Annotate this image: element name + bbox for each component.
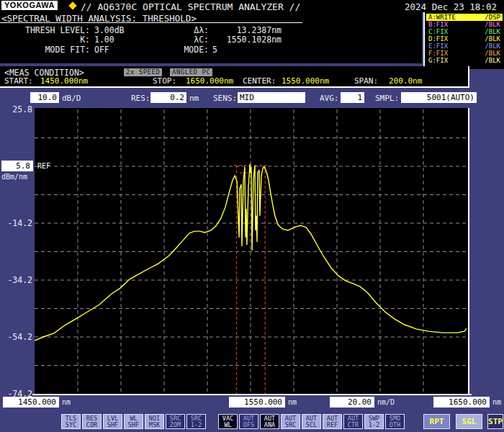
span-value[interactable]: 200.0nm [389, 76, 422, 86]
mode-fit-label: MODE FIT: [0, 45, 90, 55]
title-bar: YOKOGAWA // AQ6370C OPTICAL SPECTRUM ANA… [0, 0, 504, 12]
softkey-stp[interactable]: STP [487, 414, 503, 429]
x-center-field[interactable]: 1550.000 [229, 397, 285, 408]
softkey-noi-msk[interactable]: NOI MSK [145, 414, 164, 429]
softkey-swp-1-2[interactable]: SWP 1-2 [364, 414, 384, 429]
trace-name: C:FIX [428, 28, 448, 35]
trace-list-panel: A:WRITE/DSPB:FIX/BLKC:FIX/BLKD:FIX/BLKE:… [423, 12, 504, 69]
stop-label: STOP: [153, 76, 176, 86]
softkey-aut-ctr[interactable]: AUT CTR [343, 414, 363, 429]
trace-display-mode: /BLK [485, 21, 500, 28]
trace-row-d[interactable]: D:FIX/BLK [426, 35, 503, 42]
start-value[interactable]: 1450.000nm [40, 76, 88, 86]
trace-row-f[interactable]: F:FIX/BLK [426, 50, 503, 57]
lambda-c-label: λC: [171, 35, 209, 45]
k-label: K: [0, 35, 90, 45]
smpl-label: SMPL: [375, 94, 399, 103]
x-step-unit: nm/D [377, 398, 395, 406]
sens-label: SENS: [213, 94, 237, 103]
softkey-aut-ana[interactable]: AUT ANA [260, 414, 279, 429]
trace-display-mode: /BLK [485, 28, 500, 35]
trace-display-mode: /BLK [485, 50, 500, 57]
softkey-vac-wl[interactable]: VAC WL [218, 414, 238, 429]
start-label: START: [4, 76, 33, 86]
trace-row-c[interactable]: C:FIX/BLK [426, 28, 503, 35]
res-field[interactable]: 0.2 [150, 92, 186, 103]
softkey-aut-ofs[interactable]: AUT OFS [239, 414, 258, 429]
span-label: SPAN: [354, 76, 378, 86]
softkey-smo-oth[interactable]: SMO OTH [385, 414, 405, 429]
trace-row-e[interactable]: E:FIX/BLK [426, 42, 503, 50]
trace-name: B:FIX [428, 21, 448, 28]
x-stop-field[interactable]: 1650.000 [433, 397, 490, 408]
avg-field[interactable]: 1 [341, 92, 364, 103]
y-axis-tick-label: -34.2 [0, 275, 32, 285]
softkey-src-1-2[interactable]: SRC 1-2 [186, 414, 206, 429]
softkey-lvl-shf[interactable]: LVL SHF [103, 414, 122, 429]
sens-field[interactable]: MID [238, 92, 305, 103]
softkey-sgl[interactable]: SGL [456, 414, 482, 429]
trace-name: A:WRITE [428, 14, 456, 21]
stop-value[interactable]: 1650.000nm [186, 76, 233, 86]
trace-row-g[interactable]: G:FIX/BLK [426, 57, 503, 64]
plot-right-border [468, 108, 469, 395]
level-scale-unit: dB/D [62, 94, 81, 103]
x-start-unit: nm [62, 398, 71, 406]
diamond-icon [68, 1, 76, 9]
trace-row-b[interactable]: B:FIX/BLK [426, 21, 503, 28]
trace-display-mode: /DSP [485, 14, 500, 21]
softkey-tls-syc[interactable]: TLS SYC [61, 414, 81, 429]
thresh-level-value: 3.00dB [94, 25, 125, 35]
lambda-c-value: 1550.1028nm [212, 35, 282, 45]
softkey-res-cor[interactable]: RES COR [82, 414, 102, 429]
trace-display-mode: /BLK [485, 57, 500, 64]
x-step-field[interactable]: 20.00 [330, 397, 374, 408]
k-value: 1.00 [94, 35, 114, 45]
analysis-row: THRESH LEVEL: 3.00dB Δλ: 13.2387nm [0, 25, 422, 35]
trace-name: F:FIX [428, 50, 448, 57]
center-value[interactable]: 1550.000nm [282, 76, 329, 86]
thresh-level-label: THRESH LEVEL: [0, 25, 90, 35]
x-center-unit: nm [288, 398, 297, 406]
softkey-src-zom[interactable]: SRC ZOM [166, 414, 185, 429]
mode-value: 5 [212, 45, 282, 55]
ref-label: REF [37, 162, 50, 170]
softkey-aut-ref[interactable]: AUT REF [323, 414, 342, 429]
smpl-field[interactable]: 5001(AUTO) [401, 92, 477, 103]
yokogawa-logo: YOKOGAWA [1, 1, 58, 10]
y-axis-tick-label: 25.8 [0, 104, 32, 114]
y-axis-tick-label: -74.2 [0, 389, 32, 399]
trace-display-mode: /BLK [485, 42, 500, 50]
avg-label: AVG: [320, 94, 339, 103]
softkey-aut-src[interactable]: AUT SRC [281, 414, 300, 429]
plot-x-axis-line [32, 394, 472, 395]
res-unit: nm [189, 94, 199, 103]
x-stop-unit: nm [492, 398, 501, 406]
delta-lambda-value: 13.2387nm [212, 25, 282, 35]
datetime: 2024 Dec 23 18:02 [405, 1, 497, 12]
trace-name: E:FIX [428, 42, 448, 50]
y-axis-tick-label: -14.2 [0, 218, 32, 228]
meas-condition-bar: <MEAS CONDITION> 2x SPEED ANGLED PC STAR… [0, 66, 469, 88]
center-label: CENTER: [243, 76, 276, 86]
res-label: RES: [131, 94, 150, 103]
spectral-width-analysis-panel: <SPECTRAL WIDTH ANALYSIS: THRESHOLD> THR… [0, 12, 422, 63]
y-axis-tick-label: -54.2 [0, 332, 32, 342]
y-axis-unit: dBm/nm [1, 173, 27, 181]
softkey-rpt[interactable]: RPT [423, 414, 450, 429]
analysis-row: K: 1.00 λC: 1550.1028nm [0, 35, 422, 44]
ref-level-field[interactable]: 5.8 [1, 161, 33, 171]
trace-row-a[interactable]: A:WRITE/DSP [426, 14, 503, 21]
softkey-aut-scl[interactable]: AUT SCL [302, 414, 321, 429]
connector-badge: ANGLED PC [170, 68, 212, 76]
mode-label: MODE: [171, 45, 209, 55]
softkey-wl-shf[interactable]: WL SHF [124, 414, 143, 429]
page-title: // AQ6370C OPTICAL SPECTRUM ANALYZER // [81, 1, 300, 12]
plot-area [35, 108, 468, 395]
delta-lambda-label: Δλ: [171, 25, 209, 35]
mode-fit-value: OFF [94, 45, 109, 55]
level-scale-field[interactable]: 10.0 [30, 92, 59, 103]
trace-name: D:FIX [428, 35, 448, 42]
settings-row: 10.0 dB/D RES: 0.2 nm SENS: MID AVG: 1 S… [0, 91, 504, 108]
analysis-header-underline [0, 22, 302, 23]
